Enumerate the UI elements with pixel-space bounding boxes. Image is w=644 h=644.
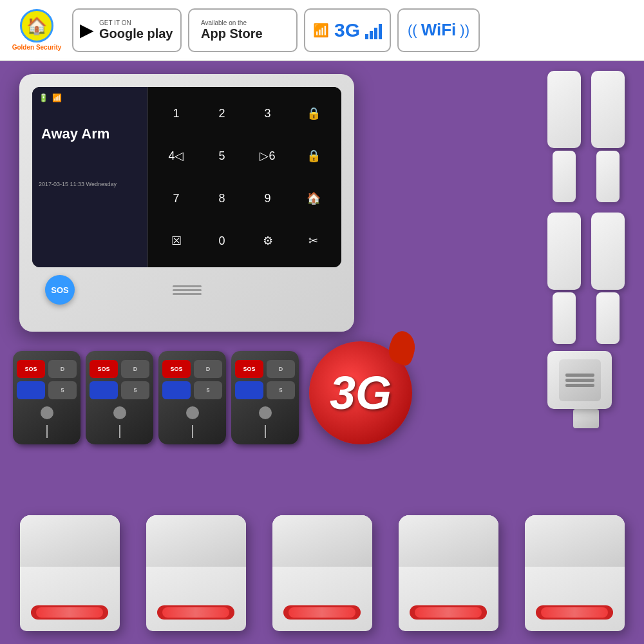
- keyfob-1-key: [41, 406, 53, 419]
- pir-top-5: [525, 515, 625, 567]
- keyfob-4-b1[interactable]: [235, 381, 263, 399]
- key-3[interactable]: 3: [246, 93, 289, 133]
- app-store-text: Available on the App Store: [201, 19, 263, 41]
- speaker-line-1: [173, 285, 202, 287]
- google-play-main: Google play: [99, 26, 173, 41]
- key-6[interactable]: ▷6: [246, 136, 289, 176]
- pir-eye-1: [31, 605, 108, 620]
- keyfob-2-d[interactable]: D: [121, 360, 149, 378]
- google-play-icon: ▶: [80, 19, 94, 41]
- siren-slot-1: [565, 374, 594, 377]
- sensor-small-body-4: [596, 292, 620, 344]
- keyfob-4-sos[interactable]: SOS: [235, 360, 263, 378]
- sos-button[interactable]: SOS: [45, 275, 75, 305]
- google-play-badge[interactable]: ▶ GET IT ON Google play: [72, 8, 182, 52]
- key-2[interactable]: 2: [200, 93, 243, 133]
- siren-body: [547, 351, 612, 409]
- pir-sensor-1: [20, 515, 120, 631]
- keyfob-4-buttons: SOS D 5: [235, 360, 295, 399]
- pir-sensor-4: [399, 515, 498, 631]
- key-1[interactable]: 1: [155, 93, 198, 133]
- sensor-main-body-4: [591, 213, 625, 290]
- key-home[interactable]: 🏠: [292, 178, 335, 218]
- signal-bars: [365, 21, 382, 39]
- sensor-small-body-3: [553, 292, 576, 344]
- key-8[interactable]: 8: [200, 178, 243, 218]
- pir-sensor-3: [272, 515, 372, 631]
- keyfob-4: SOS D 5: [231, 351, 299, 444]
- key-lock1[interactable]: 🔒: [292, 93, 335, 133]
- arm-status-text: Away Arm: [39, 126, 141, 142]
- siren-slot-2: [565, 379, 594, 382]
- key-5[interactable]: 5: [200, 136, 243, 176]
- pir-sensor-2: [146, 515, 246, 631]
- keyfob-1-sos[interactable]: SOS: [17, 360, 45, 378]
- key-0[interactable]: 0: [200, 221, 243, 261]
- keyfob-3-b1[interactable]: [162, 381, 191, 399]
- key-9[interactable]: 9: [246, 178, 289, 218]
- keyfob-1-b1[interactable]: [17, 381, 45, 399]
- keyfob-2-b2[interactable]: 5: [121, 381, 149, 399]
- keyfob-3-buttons: SOS D 5: [162, 360, 222, 399]
- sensor-small-body-1: [553, 151, 576, 202]
- keyfob-3-key: [186, 406, 199, 419]
- keyfob-1-b2[interactable]: 5: [48, 381, 77, 399]
- sensor-main-body-1: [547, 71, 581, 148]
- siren-front: [559, 359, 601, 401]
- wifi-left-wave: ((: [408, 22, 417, 39]
- app-store-badge[interactable]: Available on the App Store: [188, 8, 298, 52]
- keyfob-3-d[interactable]: D: [194, 360, 222, 378]
- keyfob-3-b2[interactable]: 5: [194, 381, 222, 399]
- speaker-line-2: [173, 289, 202, 291]
- door-sensor-3: [547, 213, 581, 344]
- house-icon: 🏠: [26, 16, 47, 36]
- 3g-badge: 📶 3G: [304, 8, 391, 52]
- panel-bottom-row: SOS: [32, 270, 341, 310]
- status-icons: 🔋 📶: [39, 93, 141, 102]
- keyfob-1-buttons: SOS D 5: [17, 360, 77, 399]
- wifi-small-icon: 📶: [52, 93, 62, 102]
- keyfob-2-b1[interactable]: [90, 381, 118, 399]
- key-settings[interactable]: ⚙: [246, 221, 289, 261]
- pir-top-4: [399, 515, 498, 567]
- google-play-top: GET IT ON: [99, 19, 173, 26]
- sensor-main-body-3: [547, 213, 581, 290]
- key-clear[interactable]: ☒: [155, 221, 198, 261]
- signal-bar-3: [374, 28, 377, 39]
- app-store-main: App Store: [201, 26, 263, 41]
- google-play-text: GET IT ON Google play: [99, 19, 173, 41]
- keyfob-2-chain: [119, 425, 120, 438]
- keyfob-2-key: [113, 406, 126, 419]
- keyfobs-row: SOS D 5 SOS D 5 SOS D 5 SOS D: [13, 351, 299, 444]
- signal-bar-4: [379, 24, 382, 39]
- signal-bar-2: [370, 31, 373, 39]
- screen-display: 🔋 📶 Away Arm 2017-03-15 11:33 Wednesday: [32, 87, 148, 267]
- date-display: 2017-03-15 11:33 Wednesday: [39, 181, 141, 187]
- top-bar: 🏠 Golden Security ▶ GET IT ON Google pla…: [0, 0, 644, 61]
- 3g-big-text: 3G: [330, 366, 392, 419]
- keyfob-1: SOS D 5: [13, 351, 80, 444]
- siren-slot-3: [565, 384, 594, 387]
- keyfob-3: SOS D 5: [158, 351, 226, 444]
- alarm-siren: [547, 351, 625, 435]
- key-lock2[interactable]: 🔒: [292, 136, 335, 176]
- key-7[interactable]: 7: [155, 178, 198, 218]
- 3g-text: 3G: [334, 19, 360, 41]
- sensor-small-body-2: [596, 151, 620, 202]
- door-sensor-4: [591, 213, 625, 344]
- keyfob-1-chain: [46, 425, 48, 438]
- keyfob-1-d[interactable]: D: [48, 360, 77, 378]
- key-cut[interactable]: ✂: [292, 221, 335, 261]
- wifi-badge: (( WiFi )): [397, 8, 480, 52]
- pir-eye-5: [536, 605, 613, 620]
- keyfob-3-sos[interactable]: SOS: [162, 360, 191, 378]
- door-sensor-grid: [547, 71, 625, 344]
- keyfob-4-d[interactable]: D: [267, 360, 295, 378]
- keyfob-4-b2[interactable]: 5: [267, 381, 295, 399]
- key-4[interactable]: 4◁: [155, 136, 198, 176]
- 3g-big-badge: 3G: [309, 341, 425, 457]
- logo-circle: 🏠: [20, 9, 53, 43]
- keyfob-2-sos[interactable]: SOS: [90, 360, 118, 378]
- keypad: 1 2 3 🔒 4◁ 5 ▷6 🔒 7 8 9 🏠 ☒ 0 ⚙ ✂: [148, 87, 341, 267]
- sim-icon: 📶: [313, 23, 329, 38]
